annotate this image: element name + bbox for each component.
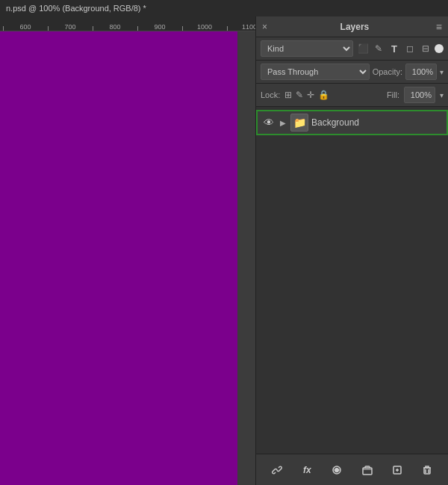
ruler-mark: 600 — [3, 23, 48, 31]
panel-close-icon[interactable]: × — [262, 22, 267, 32]
lock-position-icon[interactable]: ✛ — [307, 90, 314, 100]
ruler-mark: 700 — [48, 23, 93, 31]
smart-filter-icon[interactable]: ⊟ — [419, 43, 432, 54]
folder-icon: 📁 — [293, 117, 306, 129]
lock-pixels-icon[interactable]: ⊞ — [284, 90, 292, 100]
layer-thumbnail: 📁 — [290, 114, 308, 132]
layers-list[interactable]: 👁 ▶ 📁 Background — [256, 107, 448, 454]
layers-panel: × Layers ≡ Kind ⬛ ✎ T ◻ ⊟ Pass Through N… — [255, 16, 448, 485]
kind-select[interactable]: Kind — [261, 40, 353, 57]
new-layer-icon[interactable] — [388, 460, 407, 480]
kind-row: Kind ⬛ ✎ T ◻ ⊟ — [256, 37, 448, 61]
adjustment-filter-icon[interactable]: ✎ — [372, 43, 385, 54]
panel-menu-icon[interactable]: ≡ — [436, 21, 442, 33]
ruler: 600 700 800 900 1000 1100 — [0, 16, 255, 31]
fill-label: Fill: — [387, 90, 399, 99]
opacity-chevron-icon[interactable]: ▾ — [440, 68, 444, 76]
title-bar-text: n.psd @ 100% (Background, RGB/8) * — [6, 4, 146, 13]
color-filter-icon[interactable] — [435, 44, 444, 53]
canvas-content — [0, 31, 255, 485]
pixel-filter-icon[interactable]: ⬛ — [356, 43, 370, 54]
ruler-mark: 1100 — [227, 23, 255, 31]
panel-footer: fx — [256, 454, 448, 485]
opacity-label: Opacity: — [373, 67, 402, 76]
new-adjustment-icon[interactable] — [327, 460, 346, 480]
main-area: 600 700 800 900 1000 1100 × Layers ≡ Kin… — [0, 16, 448, 485]
blend-row: Pass Through Normal Multiply Screen Opac… — [256, 61, 448, 84]
title-bar: n.psd @ 100% (Background, RGB/8) * — [0, 0, 448, 16]
lock-row: Lock: ⊞ ✎ ✛ 🔒 Fill: ▾ — [256, 84, 448, 107]
ruler-mark: 900 — [137, 23, 182, 31]
delete-layer-icon[interactable] — [417, 460, 437, 480]
layer-name: Background — [311, 117, 442, 128]
canvas-area: 600 700 800 900 1000 1100 — [0, 16, 255, 485]
ruler-marks: 600 700 800 900 1000 1100 — [0, 16, 255, 31]
purple-canvas — [0, 31, 237, 485]
fx-icon[interactable]: fx — [297, 460, 317, 480]
lock-label: Lock: — [261, 90, 280, 99]
svg-rect-3 — [424, 468, 430, 474]
kind-icons: ⬛ ✎ T ◻ ⊟ — [356, 43, 444, 55]
fill-input[interactable] — [404, 87, 435, 103]
opacity-input[interactable] — [405, 64, 437, 80]
lock-all-icon[interactable]: 🔒 — [318, 90, 329, 100]
ruler-mark: 1000 — [182, 23, 227, 31]
lock-image-icon[interactable]: ✎ — [296, 90, 303, 100]
layer-visibility-icon[interactable]: 👁 — [262, 117, 276, 129]
panel-title: Layers — [340, 22, 370, 32]
link-icon[interactable] — [267, 460, 287, 480]
text-filter-icon[interactable]: T — [388, 43, 401, 55]
shape-filter-icon[interactable]: ◻ — [403, 43, 417, 54]
panel-header: × Layers ≡ — [256, 16, 448, 37]
ruler-mark: 800 — [93, 23, 137, 31]
lock-icons: ⊞ ✎ ✛ 🔒 — [284, 90, 382, 100]
blend-mode-select[interactable]: Pass Through Normal Multiply Screen — [261, 64, 370, 80]
new-group-icon[interactable] — [358, 460, 377, 480]
layer-expand-icon[interactable]: ▶ — [279, 119, 287, 127]
layer-item[interactable]: 👁 ▶ 📁 Background — [256, 110, 448, 135]
fill-chevron-icon[interactable]: ▾ — [440, 91, 444, 99]
svg-rect-1 — [363, 468, 372, 475]
